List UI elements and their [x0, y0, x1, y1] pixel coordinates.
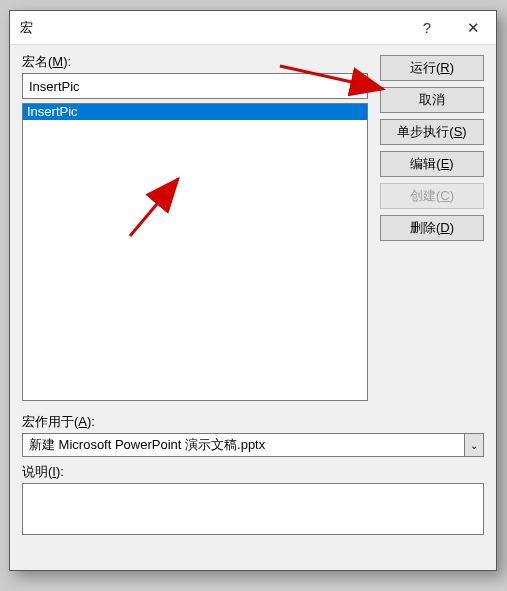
macro-in-select[interactable]: ⌄ — [22, 433, 484, 457]
macro-dialog: 宏 ? ✕ 宏名(M): InsertPic 运行(R) 取消 单步执行(S) … — [9, 10, 497, 571]
macro-listbox[interactable]: InsertPic — [22, 103, 368, 401]
list-item[interactable]: InsertPic — [23, 104, 367, 120]
delete-button[interactable]: 删除(D) — [380, 215, 484, 241]
help-icon: ? — [423, 19, 431, 36]
edit-button[interactable]: 编辑(E) — [380, 151, 484, 177]
bottom-section: 宏作用于(A): ⌄ 说明(I): — [10, 413, 496, 547]
description-label: 说明(I): — [22, 463, 484, 481]
dropdown-button[interactable]: ⌄ — [464, 433, 484, 457]
chevron-down-icon: ⌄ — [470, 440, 478, 451]
titlebar: 宏 ? ✕ — [10, 11, 496, 45]
close-icon: ✕ — [467, 19, 480, 37]
step-button[interactable]: 单步执行(S) — [380, 119, 484, 145]
macro-in-value[interactable] — [22, 433, 464, 457]
close-button[interactable]: ✕ — [450, 11, 496, 45]
help-button[interactable]: ? — [404, 11, 450, 45]
content-area: 宏名(M): InsertPic 运行(R) 取消 单步执行(S) 编辑(E) … — [10, 45, 496, 413]
dialog-title: 宏 — [20, 19, 404, 37]
cancel-button[interactable]: 取消 — [380, 87, 484, 113]
left-column: 宏名(M): InsertPic — [22, 53, 368, 401]
right-column: 运行(R) 取消 单步执行(S) 编辑(E) 创建(C) 删除(D) — [380, 53, 484, 401]
macro-in-label: 宏作用于(A): — [22, 413, 484, 431]
create-button: 创建(C) — [380, 183, 484, 209]
macro-name-label: 宏名(M): — [22, 53, 368, 71]
macro-name-input[interactable] — [22, 73, 368, 99]
run-button[interactable]: 运行(R) — [380, 55, 484, 81]
description-box — [22, 483, 484, 535]
